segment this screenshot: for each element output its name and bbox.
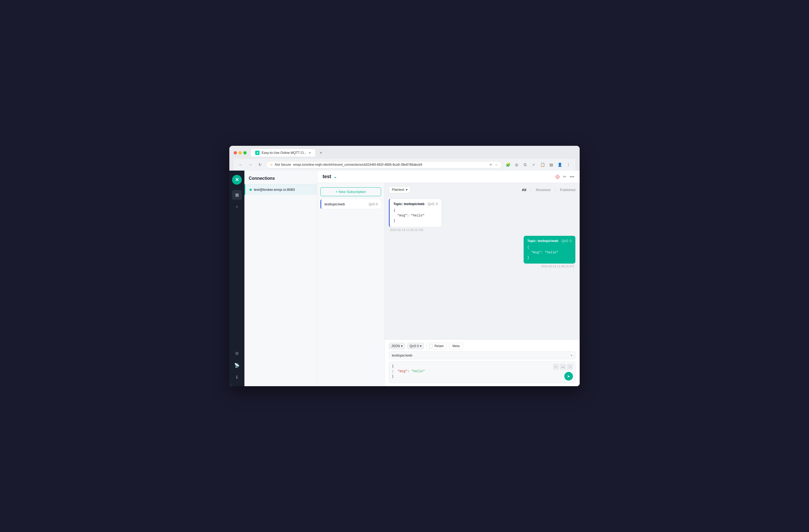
eye-off-icon: 👁 xyxy=(489,163,493,167)
subscription-item[interactable]: testtopic/web QoS 0 xyxy=(321,200,381,209)
messages-area: Plaintext ▾ All | Received | Published xyxy=(384,183,580,386)
message-timestamp-received: 2024-02-19 11:36:15:753 xyxy=(389,228,442,231)
message-bubble-sent: Topic: testtopic/web QoS: 0 { "msg": "he… xyxy=(523,236,575,264)
logo-text: ✕ xyxy=(235,177,239,183)
received-qos: QoS: 0 xyxy=(428,202,438,206)
sidebar-item-connections[interactable]: ⊞ xyxy=(232,190,242,200)
connection-item[interactable]: test@broker.emqx.io:8083 xyxy=(244,184,317,195)
star-icon[interactable]: ☆ xyxy=(495,163,498,167)
chrome-icon[interactable]: ◎ xyxy=(513,161,520,169)
connections-panel: Connections test@broker.emqx.io:8083 xyxy=(244,171,317,386)
back-button[interactable]: ← xyxy=(237,161,244,169)
filter-tab-received[interactable]: Received xyxy=(536,188,550,192)
publisher-qos-chevron: ▾ xyxy=(420,344,421,348)
sent-topic: Topic: testtopic/web xyxy=(528,239,558,243)
publisher-format-select[interactable]: JSON ▾ xyxy=(389,343,405,349)
send-button[interactable]: ➤ xyxy=(564,372,573,380)
sidebar-icons: ✕ ⊞ ＋ ⚙ 📡 ℹ xyxy=(229,171,244,386)
app-container: ✕ ⊞ ＋ ⚙ 📡 ℹ Connections test@broker.emqx… xyxy=(229,171,580,386)
format-label: Plaintext xyxy=(392,188,404,192)
sidebar-item-feed[interactable]: 📡 xyxy=(232,360,242,370)
security-icon: ⚠ xyxy=(270,163,273,167)
message-received: Topic: testtopic/web QoS: 0 { "msg": "he… xyxy=(389,199,442,231)
translate-icon[interactable]: G xyxy=(521,161,529,169)
sidebar-item-settings[interactable]: ⚙ xyxy=(232,348,242,358)
new-subscription-button[interactable]: + New Subscription xyxy=(321,187,381,196)
meta-button[interactable]: Meta xyxy=(449,343,463,349)
retain-button[interactable]: Retain xyxy=(426,343,447,349)
connection-name: test@broker.emqx.io:8083 xyxy=(254,188,295,192)
message-header-sent: Topic: testtopic/web QoS: 0 xyxy=(528,239,572,243)
main-content: test ⌄ ⏻ ✏ ••• + New Subscription testto… xyxy=(317,171,580,386)
browser-tabs-row: ✕ Easy-to-Use Online MQTT Cl... ✕ + xyxy=(234,149,575,157)
connection-status-dot xyxy=(249,189,252,191)
clipboard-icon[interactable]: 📋 xyxy=(539,161,546,169)
publisher-toolbar: JSON ▾ QoS 0 ▾ Retain Meta xyxy=(389,343,575,349)
message-bubble-received: Topic: testtopic/web QoS: 0 { "msg": "he… xyxy=(389,199,442,227)
traffic-lights xyxy=(234,151,246,154)
sidebar-item-info[interactable]: ℹ xyxy=(232,372,242,382)
browser-titlebar: ✕ Easy-to-Use Online MQTT Cl... ✕ + ← → … xyxy=(229,146,580,171)
publisher-undo-icon[interactable]: ← xyxy=(553,364,559,370)
message-body-sent: { "msg": "hello" } xyxy=(528,245,572,261)
publisher-redo-icon[interactable]: → xyxy=(567,364,573,370)
publisher-body[interactable]: { | "msg": "hello" } ← — → xyxy=(389,361,575,383)
sent-qos: QoS: 0 xyxy=(562,239,572,243)
menu-icon[interactable]: ⋮ xyxy=(565,161,572,169)
publisher-qos-select[interactable]: QoS 0 ▾ xyxy=(407,343,424,349)
active-tab[interactable]: ✕ Easy-to-Use Online MQTT Cl... ✕ xyxy=(251,149,315,157)
address-bar[interactable]: ⚠ Not Secure emqx.io/online-mqtt-client/… xyxy=(266,161,502,169)
more-options-button[interactable]: ••• xyxy=(570,174,574,179)
retain-label: Retain xyxy=(434,344,444,348)
publisher-qos-label: QoS 0 xyxy=(410,344,419,348)
extensions-icon[interactable]: 🧩 xyxy=(504,161,512,169)
message-body-received: { "msg": "hello" } xyxy=(393,208,438,224)
power-button[interactable]: ⏻ xyxy=(555,174,560,179)
retain-checkbox[interactable] xyxy=(429,344,433,348)
sidebar-item-add[interactable]: ＋ xyxy=(232,202,242,211)
chevron-down-icon[interactable]: ⌄ xyxy=(333,174,337,179)
publisher-topic-text: testtopic/web xyxy=(392,353,571,357)
address-url: emqx.io/online-mqtt-client/#/recent_conn… xyxy=(293,163,487,167)
publisher-format-chevron: ▾ xyxy=(401,344,402,348)
browser-window: ✕ Easy-to-Use Online MQTT Cl... ✕ + ← → … xyxy=(229,146,580,386)
grammarly-icon[interactable]: ✓ xyxy=(530,161,538,169)
app-logo: ✕ xyxy=(232,175,242,185)
edit-button[interactable]: ✏ xyxy=(563,174,566,179)
publisher-topic-bar[interactable]: testtopic/web ▾ xyxy=(389,351,575,359)
new-tab-button[interactable]: + xyxy=(317,149,325,156)
maximize-button[interactable] xyxy=(243,151,246,154)
publisher-format-label: JSON xyxy=(391,344,400,348)
content-area: + New Subscription testtopic/web QoS 0 P… xyxy=(317,183,580,386)
profile-icon[interactable]: 👤 xyxy=(556,161,564,169)
tab-title: Easy-to-Use Online MQTT Cl... xyxy=(262,151,306,155)
message-header-received: Topic: testtopic/web QoS: 0 xyxy=(393,202,438,206)
publisher-area: JSON ▾ QoS 0 ▾ Retain Meta xyxy=(384,339,580,386)
subscription-qos: QoS 0 xyxy=(369,202,378,206)
minimize-button[interactable] xyxy=(239,151,242,154)
tab-close-button[interactable]: ✕ xyxy=(309,151,311,155)
forward-button[interactable]: → xyxy=(246,161,254,169)
filter-tabs: All | Received | Published xyxy=(522,188,575,192)
browser-toolbar-icons: 🧩 ◎ G ✓ 📋 ▤ 👤 ⋮ xyxy=(504,161,572,169)
format-select[interactable]: Plaintext ▾ xyxy=(389,186,410,193)
filter-tab-published[interactable]: Published xyxy=(560,188,575,192)
publisher-edit-icons: ← — → xyxy=(553,364,573,370)
connection-title: test ⌄ xyxy=(323,174,337,179)
subscription-topic: testtopic/web xyxy=(325,202,345,206)
subscriptions-panel: + New Subscription testtopic/web QoS 0 xyxy=(317,183,384,386)
connection-title-text: test xyxy=(323,174,331,179)
format-chevron-icon: ▾ xyxy=(406,188,408,192)
sidebar-toggle[interactable]: ▤ xyxy=(547,161,555,169)
close-button[interactable] xyxy=(234,151,237,154)
refresh-button[interactable]: ↻ xyxy=(256,161,264,169)
connections-header: Connections xyxy=(244,171,317,184)
publisher-topic-chevron: ▾ xyxy=(571,354,572,357)
send-icon: ➤ xyxy=(567,374,570,378)
received-topic: Topic: testtopic/web xyxy=(393,202,425,206)
publisher-clear-icon[interactable]: — xyxy=(560,364,566,370)
filter-tab-all[interactable]: All xyxy=(522,188,526,192)
topbar-actions: ⏻ ✏ ••• xyxy=(555,174,574,179)
messages-filter-bar: Plaintext ▾ All | Received | Published xyxy=(384,183,580,196)
messages-list: Topic: testtopic/web QoS: 0 { "msg": "he… xyxy=(384,196,580,339)
